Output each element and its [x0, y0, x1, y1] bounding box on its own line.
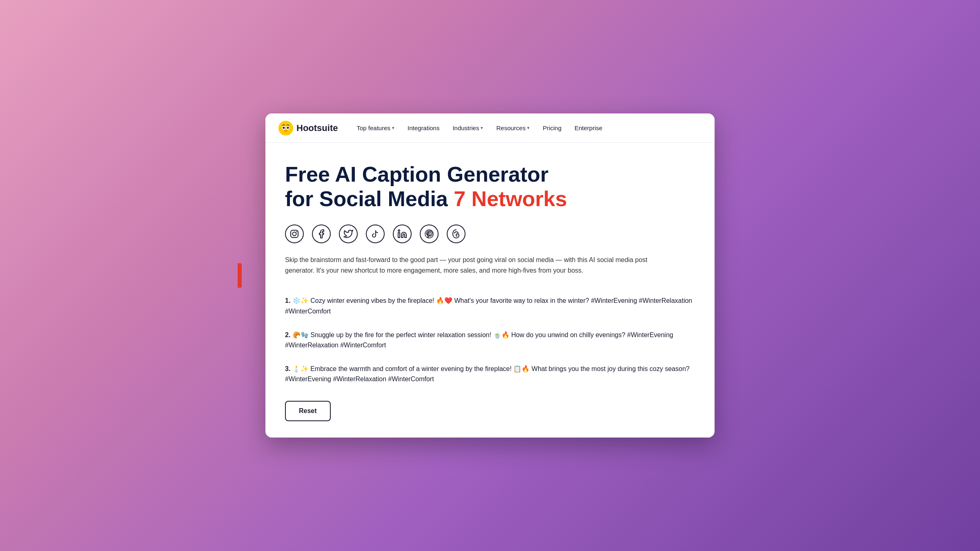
chevron-down-icon-resources: ▾	[527, 125, 530, 131]
caption-number-2: 2.	[285, 331, 290, 338]
reset-area: Reset	[285, 401, 695, 421]
chevron-down-icon: ▾	[392, 125, 394, 131]
svg-point-0	[278, 121, 293, 136]
caption-list: 1. ❄️✨ Cozy winter evening vibes by the …	[285, 289, 695, 391]
social-icons-row	[285, 224, 695, 243]
caption-number-1: 1.	[285, 297, 290, 304]
chevron-down-icon-industries: ▾	[481, 125, 483, 131]
instagram-icon	[285, 224, 304, 243]
navbar: Hootsuite Top features ▾ Integrations In…	[265, 113, 715, 143]
svg-point-6	[293, 232, 296, 236]
page-title: Free AI Caption Generator for Social Med…	[285, 162, 695, 211]
caption-item-1: 1. ❄️✨ Cozy winter evening vibes by the …	[285, 289, 695, 323]
title-number: 7	[454, 187, 466, 211]
nav-item-pricing[interactable]: Pricing	[537, 121, 567, 135]
linkedin-icon	[393, 224, 412, 243]
caption-item-3: 3. 🕯️✨ Embrace the warmth and comfort of…	[285, 357, 695, 391]
facebook-icon	[312, 224, 331, 243]
svg-point-3	[283, 127, 285, 129]
reset-button[interactable]: Reset	[285, 401, 331, 421]
hootsuite-owl-icon	[278, 121, 293, 136]
svg-point-9	[398, 230, 400, 231]
svg-rect-8	[398, 233, 400, 238]
logo[interactable]: Hootsuite	[278, 121, 338, 136]
main-content: Free AI Caption Generator for Social Med…	[265, 143, 715, 438]
logo-text: Hootsuite	[296, 123, 338, 133]
nav-item-top-features[interactable]: Top features ▾	[351, 121, 400, 135]
threads-icon	[447, 224, 466, 243]
nav-item-resources[interactable]: Resources ▾	[490, 121, 535, 135]
svg-point-7	[296, 231, 297, 232]
svg-point-4	[287, 127, 289, 129]
nav-item-integrations[interactable]: Integrations	[402, 121, 445, 135]
left-tab-indicator	[238, 263, 242, 288]
title-networks: Networks	[472, 187, 567, 211]
browser-window: Hootsuite Top features ▾ Integrations In…	[265, 113, 715, 438]
pinterest-icon	[420, 224, 439, 243]
description-text: Skip the brainstorm and fast-forward to …	[285, 255, 661, 276]
twitter-icon	[339, 224, 358, 243]
tiktok-icon	[366, 224, 385, 243]
caption-number-3: 3.	[285, 365, 290, 372]
nav-item-industries[interactable]: Industries ▾	[447, 121, 489, 135]
nav-item-enterprise[interactable]: Enterprise	[569, 121, 608, 135]
caption-item-2: 2. 🥐🧤 Snuggle up by the fire for the per…	[285, 323, 695, 357]
nav-links: Top features ▾ Integrations Industries ▾…	[351, 121, 702, 135]
